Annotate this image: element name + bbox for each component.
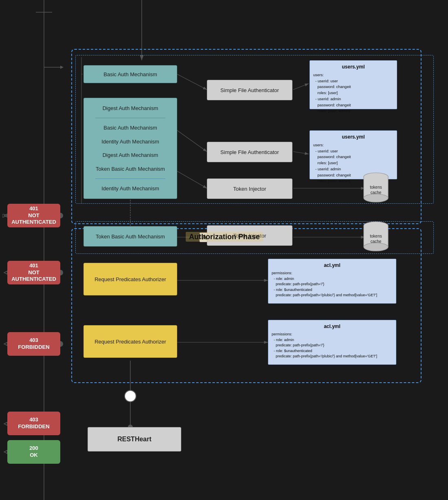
svg-marker-7 <box>60 66 64 69</box>
svg-marker-26 <box>4 422 7 425</box>
svg-point-32 <box>125 390 136 402</box>
svg-marker-28 <box>4 450 7 454</box>
svg-marker-24 <box>4 342 7 346</box>
authenticator-1: Simple File Authenticator <box>207 80 292 100</box>
authorizer-1: Request Predicates Authorizer <box>83 263 177 295</box>
status-badge-401-1: 401 NOT AUTHENTICATED <box>7 204 60 227</box>
mech-identity-2: Identity Auth Mechanism <box>101 184 159 193</box>
restheart-block: RESTHeart <box>88 427 181 452</box>
svg-marker-21 <box>4 271 7 274</box>
svg-text:cache: cache <box>371 190 382 195</box>
svg-marker-17 <box>4 214 7 217</box>
authz-label-overlay: Authorization Phase <box>186 233 263 241</box>
authenticator-3: Token Injector <box>207 178 292 199</box>
status-badge-200: 200 OK <box>7 440 60 464</box>
status-badge-403-2: 403 FORBIDDEN <box>7 412 60 435</box>
authorizer-2: Request Predicates Authorizer <box>83 325 177 358</box>
mech-group-block: Digest Auth Mechanism Basic Auth Mechani… <box>83 98 177 199</box>
mech-token-basic-1: Token Basic Auth Mechanism <box>96 165 165 173</box>
cylinder-tokens-cache-2: tokens cache <box>362 220 390 253</box>
yaml-users-1: users.yml users: - userid: user password… <box>310 60 397 109</box>
yaml-acl-2: acl.yml permissions: - role: admin predi… <box>268 320 396 365</box>
svg-text:tokens: tokens <box>370 185 382 189</box>
svg-text:cache: cache <box>371 239 382 244</box>
mech-digest-1: Digest Auth Mechanism <box>103 104 158 112</box>
svg-point-46 <box>364 194 388 202</box>
status-badge-403-1: 403 FORBIDDEN <box>7 332 60 356</box>
mech-basic-auth-1: Basic Auth Mechanism <box>83 65 177 83</box>
mech-token-basic-2: Token Basic Auth Mechanism <box>83 226 177 247</box>
mech-digest-2: Digest Auth Mechanism <box>103 151 158 159</box>
mech-basic-2: Basic Auth Mechanism <box>103 123 157 132</box>
yaml-acl-1: acl.yml permissions: - role: admin predi… <box>268 259 396 304</box>
status-badge-401-2: 401 NOT AUTHENTICATED <box>7 261 60 284</box>
mech-identity-1: Identity Auth Mechanism <box>101 137 159 146</box>
svg-point-53 <box>364 243 388 251</box>
svg-text:tokens: tokens <box>370 234 382 238</box>
authenticator-2: Simple File Authenticator <box>207 142 292 162</box>
cylinder-tokens-cache-1: tokens cache <box>362 171 390 204</box>
